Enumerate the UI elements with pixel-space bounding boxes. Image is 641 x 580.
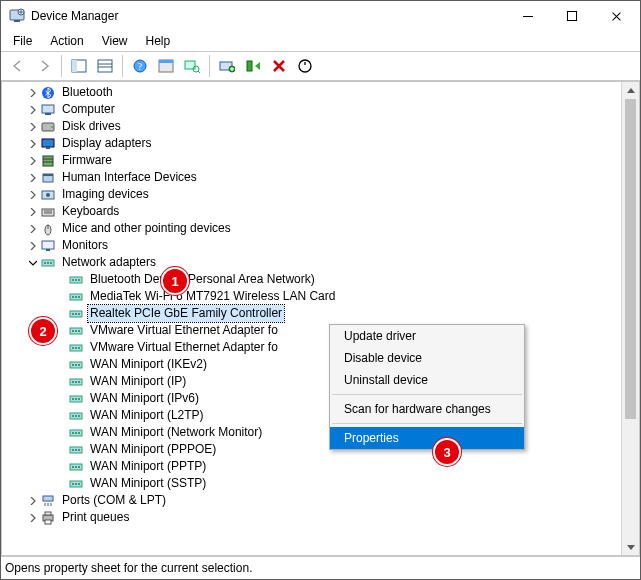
device-manager-window: Device Manager File Action View Help ? B…	[0, 0, 641, 580]
annotation-badge-3: 3	[433, 438, 461, 466]
expand-arrow-icon[interactable]	[54, 271, 68, 288]
tree-device[interactable]: WAN Miniport (L2TP)	[2, 407, 621, 424]
tree-device[interactable]: WAN Miniport (IP)	[2, 373, 621, 390]
device-icon	[68, 340, 84, 356]
expand-arrow-icon[interactable]	[26, 123, 40, 131]
expand-arrow-icon[interactable]	[26, 157, 40, 165]
svg-rect-1	[14, 20, 20, 22]
scroll-down-button[interactable]	[622, 538, 639, 555]
ctx-properties[interactable]: Properties	[330, 427, 524, 449]
close-button[interactable]	[594, 2, 638, 30]
tree-device[interactable]: WAN Miniport (PPTP)	[2, 458, 621, 475]
tree-device[interactable]: WAN Miniport (SSTP)	[2, 475, 621, 492]
svg-rect-43	[50, 262, 52, 264]
svg-rect-62	[75, 347, 77, 349]
tree-category-keyboard[interactable]: Keyboards	[2, 203, 621, 220]
svg-rect-51	[78, 296, 80, 298]
expand-arrow-icon[interactable]	[26, 225, 40, 233]
expand-arrow-icon[interactable]	[26, 208, 40, 216]
toolbar-disable-device-button[interactable]	[292, 53, 318, 79]
device-label: WAN Miniport (SSTP)	[88, 475, 208, 492]
expand-arrow-icon[interactable]	[26, 140, 40, 148]
toolbar-help-button[interactable]: ?	[127, 53, 153, 79]
tree-category-monitor[interactable]: Monitors	[2, 237, 621, 254]
tree-device[interactable]: WAN Miniport (Network Monitor)	[2, 424, 621, 441]
device-label: WAN Miniport (IKEv2)	[88, 356, 209, 373]
tree-category-mouse[interactable]: Mice and other pointing devices	[2, 220, 621, 237]
svg-rect-21	[45, 113, 51, 115]
menu-help[interactable]: Help	[138, 32, 179, 50]
tree-category-disk[interactable]: Disk drives	[2, 118, 621, 135]
expand-arrow-icon[interactable]	[26, 106, 40, 114]
tree-device[interactable]: WAN Miniport (PPPOE)	[2, 441, 621, 458]
tree-category-network[interactable]: Network adapters	[2, 254, 621, 271]
expand-arrow-icon[interactable]	[54, 458, 68, 475]
toolbar-action-dropdown-button[interactable]	[153, 53, 179, 79]
menu-file[interactable]: File	[5, 32, 40, 50]
toolbar-forward-button[interactable]	[31, 53, 57, 79]
tree-category-firmware[interactable]: Firmware	[2, 152, 621, 169]
tree-category-imaging[interactable]: Imaging devices	[2, 186, 621, 203]
tree-device[interactable]: Realtek PCIe GbE Family Controller	[2, 305, 621, 322]
toolbar-back-button[interactable]	[5, 53, 31, 79]
device-label: Computer	[60, 101, 117, 118]
svg-rect-87	[78, 449, 80, 451]
expand-arrow-icon[interactable]	[54, 441, 68, 458]
svg-rect-91	[78, 466, 80, 468]
ctx-scan-hardware[interactable]: Scan for hardware changes	[330, 398, 524, 420]
tree-device[interactable]: WAN Miniport (IKEv2)	[2, 356, 621, 373]
maximize-button[interactable]	[550, 2, 594, 30]
tree-category-computer[interactable]: Computer	[2, 101, 621, 118]
expand-arrow-icon[interactable]	[54, 390, 68, 407]
ctx-uninstall-device[interactable]: Uninstall device	[330, 369, 524, 391]
svg-text:?: ?	[138, 61, 143, 72]
svg-rect-50	[75, 296, 77, 298]
svg-rect-95	[78, 483, 80, 485]
toolbar-show-hide-pane-button[interactable]	[66, 53, 92, 79]
tree-category-print[interactable]: Print queues	[2, 509, 621, 526]
expand-arrow-icon[interactable]	[26, 89, 40, 97]
scroll-thumb[interactable]	[625, 99, 636, 419]
expand-arrow-icon[interactable]	[54, 356, 68, 373]
expand-arrow-icon[interactable]	[54, 475, 68, 492]
tree-category-display[interactable]: Display adapters	[2, 135, 621, 152]
tree-device[interactable]: MediaTek Wi-Fi 6 MT7921 Wireless LAN Car…	[2, 288, 621, 305]
toolbar-uninstall-device-button[interactable]	[266, 53, 292, 79]
expand-arrow-icon[interactable]	[54, 288, 68, 305]
expand-arrow-icon[interactable]	[26, 497, 40, 505]
tree-category-bluetooth[interactable]: Bluetooth	[2, 84, 621, 101]
tree-device[interactable]: VMware Virtual Ethernet Adapter fo	[2, 339, 621, 356]
device-tree[interactable]: BluetoothComputerDisk drivesDisplay adap…	[2, 82, 621, 555]
expand-arrow-icon[interactable]	[26, 174, 40, 182]
device-label: Network adapters	[60, 254, 158, 271]
ctx-update-driver[interactable]: Update driver	[330, 325, 524, 347]
tree-device[interactable]: VMware Virtual Ethernet Adapter fo	[2, 322, 621, 339]
menu-view[interactable]: View	[94, 32, 136, 50]
toolbar-scan-hardware-button[interactable]	[179, 53, 205, 79]
ctx-disable-device[interactable]: Disable device	[330, 347, 524, 369]
expand-arrow-icon[interactable]	[54, 305, 68, 322]
svg-rect-49	[72, 296, 74, 298]
minimize-button[interactable]	[506, 2, 550, 30]
vertical-scrollbar[interactable]	[621, 82, 639, 555]
toolbar-update-driver-button[interactable]	[214, 53, 240, 79]
expand-arrow-icon[interactable]	[54, 407, 68, 424]
tree-category-hid[interactable]: Human Interface Devices	[2, 169, 621, 186]
menu-action[interactable]: Action	[42, 32, 91, 50]
svg-rect-83	[78, 432, 80, 434]
svg-rect-11	[159, 60, 173, 63]
expand-arrow-icon[interactable]	[26, 514, 40, 522]
expand-arrow-icon[interactable]	[54, 373, 68, 390]
expand-arrow-icon[interactable]	[26, 242, 40, 250]
toolbar-enable-device-button[interactable]	[240, 53, 266, 79]
toolbar-properties-pane-button[interactable]	[92, 53, 118, 79]
expand-arrow-icon[interactable]	[54, 339, 68, 356]
tree-category-ports[interactable]: Ports (COM & LPT)	[2, 492, 621, 509]
scroll-up-button[interactable]	[622, 82, 639, 99]
expand-arrow-icon[interactable]	[26, 191, 40, 199]
tree-device[interactable]: WAN Miniport (IPv6)	[2, 390, 621, 407]
device-icon	[40, 204, 56, 220]
tree-device[interactable]: Bluetooth Device (Personal Area Network)	[2, 271, 621, 288]
expand-arrow-icon[interactable]	[54, 424, 68, 441]
expand-arrow-icon[interactable]	[26, 259, 40, 267]
